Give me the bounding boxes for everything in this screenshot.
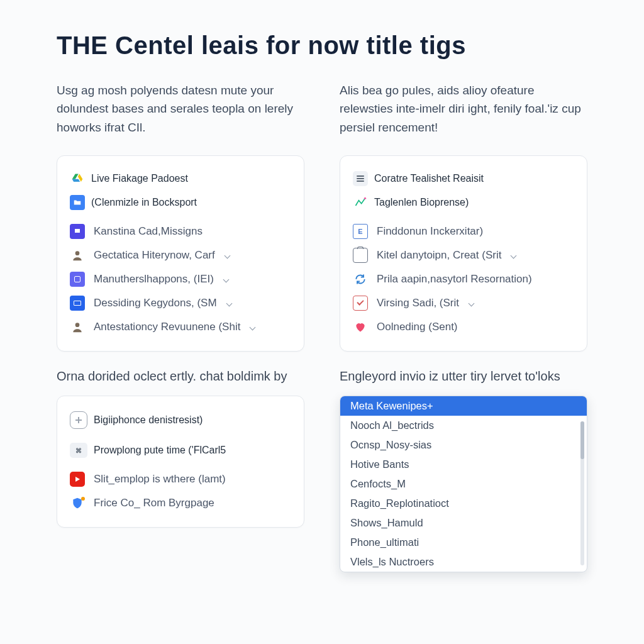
list-item[interactable]: Antestationcy Revuunene (Shit bbox=[70, 316, 291, 338]
svg-point-2 bbox=[364, 197, 366, 199]
list-item[interactable]: Slit_emplop is wthere (lamt) bbox=[70, 468, 291, 491]
page-title: THE Centel leais for now title tigs bbox=[57, 31, 587, 60]
left-card-2: Bigiiphonce denistresist) Prowplong pute… bbox=[57, 396, 304, 528]
drive-icon bbox=[70, 171, 85, 186]
tag-coratre[interactable]: Coratre Tealishet Reaisit bbox=[374, 173, 484, 184]
dropdown-option[interactable]: Cenfocts_M bbox=[340, 474, 587, 494]
clipboard-icon bbox=[353, 248, 368, 263]
right-caption-2: Engleyord invio iz utter tiry lervet to'… bbox=[340, 367, 587, 386]
dropdown-option[interactable]: Shows_Hamuld bbox=[340, 513, 587, 533]
dropdown-option[interactable]: Ragito_Replotinatioct bbox=[340, 494, 587, 513]
list-item[interactable]: Oolneding (Sent) bbox=[353, 316, 574, 338]
dropdown-option[interactable]: Phone_ultimati bbox=[340, 533, 587, 552]
item-label: Finddonun Inckerxitar) bbox=[377, 225, 483, 238]
list-item[interactable]: Frice Co_ Rom Byrgpage bbox=[70, 492, 291, 514]
plus-box-icon[interactable] bbox=[70, 411, 87, 429]
left-caption-2: Orna dorided oclect ertly. chat boldimk … bbox=[57, 367, 304, 386]
dropdown-option[interactable]: Hotive Bants bbox=[340, 455, 587, 474]
refresh-icon bbox=[353, 272, 368, 287]
item-label: Oolneding (Sent) bbox=[377, 321, 458, 333]
item-label: Gectatica Hiterynow, Carf bbox=[94, 249, 215, 262]
item-label: Frice Co_ Rom Byrgpage bbox=[94, 497, 214, 509]
dropdown-option[interactable]: Ocnsp_Nosy-sias bbox=[340, 435, 587, 455]
chevron-down-icon bbox=[225, 252, 231, 258]
dropdown-option-selected[interactable]: Meta Kewenipes+ bbox=[340, 396, 587, 416]
chevron-down-icon bbox=[511, 252, 518, 258]
tag-prowplong[interactable]: Prowplong pute time ('FlCarl5 bbox=[94, 445, 226, 456]
person-icon bbox=[70, 248, 85, 263]
heart-icon bbox=[353, 319, 368, 335]
chevron-down-icon bbox=[250, 324, 257, 330]
folder-icon bbox=[70, 195, 85, 210]
keyboard-key-icon bbox=[70, 443, 87, 458]
person-icon bbox=[70, 319, 85, 335]
right-intro: Alis bea go pules, aids alioy ofeature r… bbox=[340, 81, 587, 142]
chevron-down-icon bbox=[224, 276, 230, 282]
right-column: Alis bea go pules, aids alioy ofeature r… bbox=[340, 81, 587, 572]
list-item[interactable]: Dessiding Kegydons, (SM bbox=[70, 292, 291, 314]
document-icon bbox=[353, 224, 368, 239]
shield-icon bbox=[70, 496, 85, 511]
list-item[interactable]: Manutherslhappons, (IEI) bbox=[70, 268, 291, 291]
list-item[interactable]: Kitel danytoipn, Creat (Srit bbox=[353, 244, 574, 267]
item-label: Kitel danytoipn, Creat (Srit bbox=[377, 249, 501, 262]
dropdown-option[interactable]: Nooch Al_bectrids bbox=[340, 416, 587, 435]
list-item[interactable]: Virsing Sadi, (Srit bbox=[353, 292, 574, 314]
tag-taglenlen[interactable]: Taglenlen Bioprense) bbox=[374, 197, 469, 208]
scrollbar-thumb[interactable] bbox=[580, 421, 584, 459]
item-label: Manutherslhappons, (IEI) bbox=[94, 273, 214, 286]
svg-point-1 bbox=[75, 323, 80, 327]
dropdown-option[interactable]: Vlels_ls Nuctroers bbox=[340, 552, 587, 572]
tile-icon bbox=[70, 272, 85, 287]
item-label: Dessiding Kegydons, (SM bbox=[94, 297, 217, 309]
menu-icon[interactable] bbox=[353, 171, 368, 186]
tag-live-fiakage[interactable]: Live Fiakage Padoest bbox=[91, 173, 188, 184]
item-label: Prila aapin,nasytorl Resornation) bbox=[377, 273, 532, 286]
chart-icon bbox=[353, 195, 368, 210]
left-column: Usg ag mosh polyends datesn mute your do… bbox=[57, 81, 304, 572]
item-label: Slit_emplop is wthere (lamt) bbox=[94, 473, 226, 486]
right-card-1: Coratre Tealishet Reaisit Taglenlen Biop… bbox=[340, 155, 587, 352]
list-item[interactable]: Finddonun Inckerxitar) bbox=[353, 220, 574, 243]
checkbox-icon bbox=[353, 296, 368, 311]
scrollbar[interactable] bbox=[580, 421, 584, 565]
item-label: Antestationcy Revuunene (Shit bbox=[94, 321, 240, 333]
tag-bigiphonce[interactable]: Bigiiphonce denistresist) bbox=[94, 414, 203, 426]
tag-clenmizle[interactable]: (Clenmizle in Bocksport bbox=[91, 197, 197, 208]
chevron-down-icon bbox=[469, 300, 475, 306]
list-item[interactable]: Gectatica Hiterynow, Carf bbox=[70, 244, 291, 267]
left-intro: Usg ag mosh polyends datesn mute your do… bbox=[57, 81, 304, 142]
svg-point-0 bbox=[75, 251, 80, 255]
chevron-down-icon bbox=[227, 300, 233, 306]
item-label: Kanstina Cad,Missigns bbox=[94, 225, 203, 238]
list-item[interactable]: Prila aapin,nasytorl Resornation) bbox=[353, 268, 574, 291]
left-card-1: Live Fiakage Padoest (Clenmizle in Bocks… bbox=[57, 155, 304, 352]
dropdown-menu[interactable]: Meta Kewenipes+ Nooch Al_bectrids Ocnsp_… bbox=[340, 396, 587, 572]
list-item[interactable]: Kanstina Cad,Missigns bbox=[70, 220, 291, 243]
badge-icon bbox=[70, 224, 85, 239]
id-card-icon bbox=[70, 296, 85, 311]
item-label: Virsing Sadi, (Srit bbox=[377, 297, 459, 309]
youtube-icon bbox=[70, 472, 85, 487]
